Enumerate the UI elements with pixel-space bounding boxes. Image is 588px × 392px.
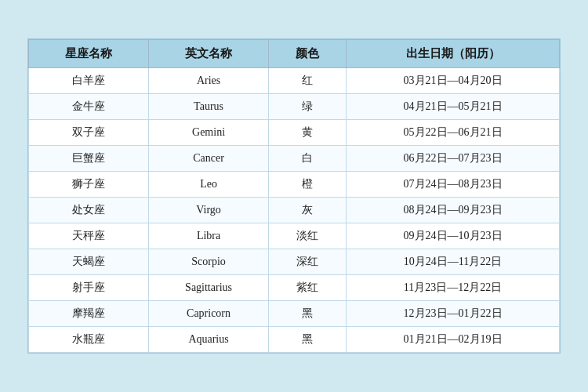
cell-english-name: Taurus <box>149 94 269 120</box>
cell-chinese-name: 巨蟹座 <box>29 146 149 172</box>
cell-chinese-name: 天秤座 <box>29 223 149 249</box>
header-chinese-name: 星座名称 <box>29 40 149 68</box>
cell-color: 白 <box>269 146 347 172</box>
table-row: 双子座Gemini黄05月22日—06月21日 <box>29 120 560 146</box>
table-header-row: 星座名称 英文名称 颜色 出生日期（阳历） <box>29 40 560 68</box>
cell-color: 橙 <box>269 172 347 198</box>
table-row: 天蝎座Scorpio深红10月24日—11月22日 <box>29 249 560 275</box>
cell-chinese-name: 摩羯座 <box>29 301 149 327</box>
cell-color: 黄 <box>269 120 347 146</box>
cell-dates: 01月21日—02月19日 <box>347 327 560 353</box>
cell-chinese-name: 射手座 <box>29 275 149 301</box>
cell-dates: 12月23日—01月22日 <box>347 301 560 327</box>
cell-dates: 07月24日—08月23日 <box>347 172 560 198</box>
table-row: 射手座Sagittarius紫红11月23日—12月22日 <box>29 275 560 301</box>
cell-color: 黑 <box>269 327 347 353</box>
cell-chinese-name: 狮子座 <box>29 172 149 198</box>
cell-color: 绿 <box>269 94 347 120</box>
cell-english-name: Leo <box>149 172 269 198</box>
cell-english-name: Libra <box>149 223 269 249</box>
cell-dates: 05月22日—06月21日 <box>347 120 560 146</box>
cell-english-name: Virgo <box>149 198 269 223</box>
header-english-name: 英文名称 <box>149 40 269 68</box>
cell-dates: 11月23日—12月22日 <box>347 275 560 301</box>
cell-chinese-name: 双子座 <box>29 120 149 146</box>
cell-english-name: Aquarius <box>149 327 269 353</box>
cell-english-name: Sagittarius <box>149 275 269 301</box>
cell-dates: 06月22日—07月23日 <box>347 146 560 172</box>
cell-english-name: Capricorn <box>149 301 269 327</box>
cell-color: 淡红 <box>269 223 347 249</box>
cell-english-name: Aries <box>149 68 269 94</box>
table-row: 狮子座Leo橙07月24日—08月23日 <box>29 172 560 198</box>
cell-color: 灰 <box>269 198 347 223</box>
cell-chinese-name: 金牛座 <box>29 94 149 120</box>
cell-english-name: Scorpio <box>149 249 269 275</box>
cell-color: 深红 <box>269 249 347 275</box>
table-row: 处女座Virgo灰08月24日—09月23日 <box>29 198 560 223</box>
header-dates: 出生日期（阳历） <box>347 40 560 68</box>
cell-english-name: Gemini <box>149 120 269 146</box>
table-row: 天秤座Libra淡红09月24日—10月23日 <box>29 223 560 249</box>
table-row: 巨蟹座Cancer白06月22日—07月23日 <box>29 146 560 172</box>
cell-dates: 08月24日—09月23日 <box>347 198 560 223</box>
zodiac-table-container: 星座名称 英文名称 颜色 出生日期（阳历） 白羊座Aries红03月21日—04… <box>27 38 561 354</box>
cell-chinese-name: 水瓶座 <box>29 327 149 353</box>
cell-dates: 04月21日—05月21日 <box>347 94 560 120</box>
cell-dates: 09月24日—10月23日 <box>347 223 560 249</box>
header-color: 颜色 <box>269 40 347 68</box>
cell-chinese-name: 天蝎座 <box>29 249 149 275</box>
table-row: 摩羯座Capricorn黑12月23日—01月22日 <box>29 301 560 327</box>
cell-color: 紫红 <box>269 275 347 301</box>
cell-chinese-name: 处女座 <box>29 198 149 223</box>
cell-color: 红 <box>269 68 347 94</box>
table-row: 白羊座Aries红03月21日—04月20日 <box>29 68 560 94</box>
table-body: 白羊座Aries红03月21日—04月20日金牛座Taurus绿04月21日—0… <box>29 68 560 353</box>
cell-color: 黑 <box>269 301 347 327</box>
zodiac-table: 星座名称 英文名称 颜色 出生日期（阳历） 白羊座Aries红03月21日—04… <box>28 39 560 353</box>
cell-dates: 03月21日—04月20日 <box>347 68 560 94</box>
table-row: 水瓶座Aquarius黑01月21日—02月19日 <box>29 327 560 353</box>
cell-chinese-name: 白羊座 <box>29 68 149 94</box>
cell-dates: 10月24日—11月22日 <box>347 249 560 275</box>
cell-english-name: Cancer <box>149 146 269 172</box>
table-row: 金牛座Taurus绿04月21日—05月21日 <box>29 94 560 120</box>
